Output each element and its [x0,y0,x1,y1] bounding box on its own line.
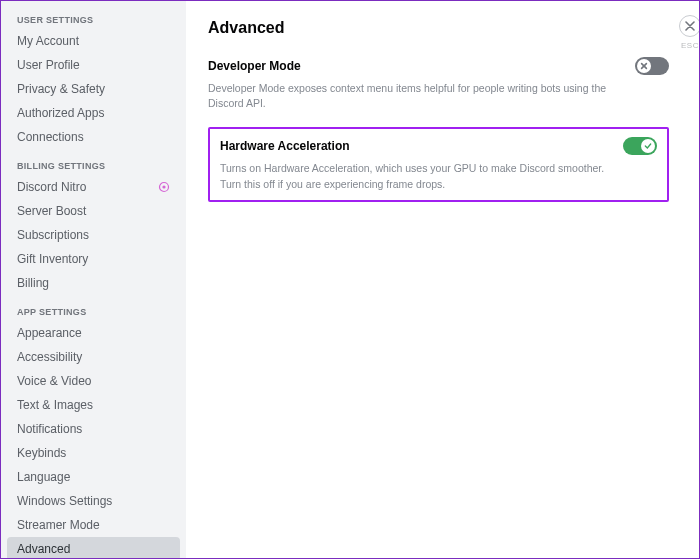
sidebar-item-label: Appearance [17,326,82,340]
sidebar-item-advanced[interactable]: Advanced [7,537,180,558]
sidebar-item-connections[interactable]: Connections [7,125,180,149]
sidebar-item-text-images[interactable]: Text & Images [7,393,180,417]
sidebar-item-label: Privacy & Safety [17,82,105,96]
sidebar-item-gift-inventory[interactable]: Gift Inventory [7,247,180,271]
sidebar-item-label: Advanced [17,542,70,556]
svg-point-1 [162,185,165,188]
sidebar-item-billing[interactable]: Billing [7,271,180,295]
sidebar-item-label: My Account [17,34,79,48]
setting-developer-mode: Developer Mode Developer Mode exposes co… [208,55,669,113]
sidebar-item-label: User Profile [17,58,80,72]
sidebar-item-my-account[interactable]: My Account [7,29,180,53]
sidebar-item-subscriptions[interactable]: Subscriptions [7,223,180,247]
close-button[interactable] [679,15,700,37]
sidebar-item-accessibility[interactable]: Accessibility [7,345,180,369]
sidebar-item-label: Text & Images [17,398,93,412]
hardware-acceleration-toggle[interactable] [623,137,657,155]
sidebar-item-label: Gift Inventory [17,252,88,266]
sidebar-item-discord-nitro[interactable]: Discord Nitro [7,175,180,199]
sidebar-item-keybinds[interactable]: Keybinds [7,441,180,465]
sidebar-item-label: Streamer Mode [17,518,100,532]
sidebar-item-label: Windows Settings [17,494,112,508]
sidebar-item-label: Connections [17,130,84,144]
setting-title: Developer Mode [208,59,301,73]
sidebar-item-label: Server Boost [17,204,86,218]
setting-desc: Turns on Hardware Acceleration, which us… [220,161,657,191]
sidebar-item-authorized-apps[interactable]: Authorized Apps [7,101,180,125]
sidebar-item-label: Authorized Apps [17,106,104,120]
setting-hardware-acceleration: Hardware Acceleration Turns on Hardware … [208,127,669,201]
sidebar-item-language[interactable]: Language [7,465,180,489]
sidebar-section-header: BILLING SETTINGS [7,149,180,175]
sidebar-item-label: Accessibility [17,350,82,364]
sidebar-item-windows-settings[interactable]: Windows Settings [7,489,180,513]
sidebar-item-streamer-mode[interactable]: Streamer Mode [7,513,180,537]
sidebar-item-user-profile[interactable]: User Profile [7,53,180,77]
sidebar-section-header: APP SETTINGS [7,295,180,321]
page-title: Advanced [208,19,669,37]
settings-sidebar: USER SETTINGSMy AccountUser ProfilePriva… [1,1,186,558]
sidebar-item-label: Notifications [17,422,82,436]
settings-main: ESC Advanced Developer Mode Developer Mo… [186,1,699,558]
sidebar-item-label: Keybinds [17,446,66,460]
sidebar-item-voice-video[interactable]: Voice & Video [7,369,180,393]
sidebar-item-appearance[interactable]: Appearance [7,321,180,345]
sidebar-item-privacy-safety[interactable]: Privacy & Safety [7,77,180,101]
setting-desc: Developer Mode exposes context menu item… [208,81,669,111]
setting-title: Hardware Acceleration [220,139,350,153]
sidebar-section-header: USER SETTINGS [7,11,180,29]
sidebar-item-label: Language [17,470,70,484]
sidebar-item-label: Subscriptions [17,228,89,242]
sidebar-item-label: Billing [17,276,49,290]
sidebar-item-notifications[interactable]: Notifications [7,417,180,441]
developer-mode-toggle[interactable] [635,57,669,75]
sidebar-item-label: Discord Nitro [17,180,86,194]
sidebar-item-server-boost[interactable]: Server Boost [7,199,180,223]
nitro-badge-icon [158,181,170,193]
close-hint: ESC [681,41,699,50]
sidebar-item-label: Voice & Video [17,374,92,388]
